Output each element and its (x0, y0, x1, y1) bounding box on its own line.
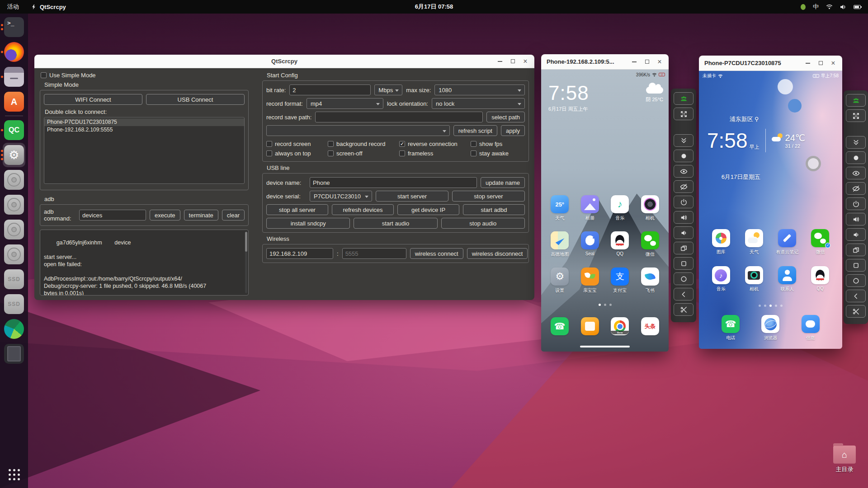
phone1-screen[interactable]: 396K/s 10 7:58 6月17日 周五上午 阴 25°C 25°天气相册… (541, 70, 669, 352)
toolbar-screenshot-button[interactable] (846, 305, 866, 318)
close-button[interactable]: × (828, 58, 839, 68)
checkbox-reverse-connection[interactable]: ✓reverse connection (399, 141, 471, 147)
toutiao-app[interactable]: 头条 (635, 317, 665, 335)
app-有道云笔记[interactable]: 有道云笔记 (771, 229, 804, 255)
dock-item-show-applications[interactable] (0, 464, 28, 485)
start-server-button[interactable]: start server (376, 191, 448, 202)
device-list-item[interactable]: Phone-192.168.2.109:5555 (44, 126, 244, 134)
dock-item-kazam[interactable] (0, 318, 28, 340)
app-设置[interactable]: ⚙设置 (545, 267, 575, 294)
device-list[interactable]: Phone-P7CDU17C23010875Phone-192.168.2.10… (44, 117, 245, 184)
toolbar-screenshot-button[interactable] (674, 303, 693, 316)
toolbar-power-button[interactable] (846, 197, 866, 210)
toolbar-volume-up-button[interactable] (846, 213, 866, 225)
usb-connect-button[interactable]: USB Connect (146, 94, 245, 105)
phone-app[interactable]: ☎电话 (711, 315, 750, 341)
input-method-indicator[interactable]: 中 (813, 3, 819, 11)
app-图库[interactable]: 图库 (704, 229, 737, 255)
device-serial-combo[interactable]: P7CDU17C23010 (310, 191, 372, 202)
app-微信[interactable]: 微信 (635, 231, 665, 258)
messages-app[interactable]: 信息 (791, 315, 830, 341)
app-音乐[interactable]: ♪音乐 (605, 195, 635, 221)
device-list-item[interactable]: Phone-P7CDU17C23010875 (44, 118, 244, 126)
checkbox-record-screen[interactable]: record screen (266, 141, 328, 147)
use-simple-mode-checkbox[interactable]: Use Simple Mode (41, 72, 249, 79)
dock-item-ubuntu-software[interactable] (0, 91, 28, 113)
wireless-ip-input[interactable] (266, 248, 333, 259)
dock-item-disc-1[interactable] (0, 169, 28, 191)
toolbar-app-switch-button[interactable] (846, 244, 866, 256)
toolbar-screen-on-button[interactable] (674, 165, 693, 178)
toolbar-home-button[interactable] (846, 274, 866, 287)
assistive-touch-ball[interactable] (806, 156, 821, 171)
stop-all-server-button[interactable]: stop all server (266, 204, 328, 215)
app-微信[interactable]: ✓微信 (804, 229, 837, 255)
stop-server-button[interactable]: stop server (452, 191, 525, 202)
start-adbd-button[interactable]: start adbd (463, 204, 525, 215)
messaging-app[interactable] (575, 317, 605, 335)
toolbar-back-button[interactable] (674, 288, 693, 300)
toolbar-menu-button[interactable] (674, 257, 693, 270)
log-scrollbar[interactable] (245, 232, 247, 293)
wireless-disconnect-button[interactable]: wireless disconnect (467, 248, 528, 259)
phone-app[interactable]: ☎ (545, 317, 575, 335)
system-tray[interactable]: 中 (801, 3, 868, 11)
dock-item-files[interactable] (0, 66, 28, 88)
wifi-connect-button[interactable]: WIFI Connect (44, 94, 142, 105)
app-相机[interactable]: 相机 (737, 266, 770, 292)
dock-item-tablet-device[interactable] (0, 343, 28, 365)
dock-item-ssd-1[interactable]: SSD (0, 268, 28, 290)
dock-item-firefox[interactable] (0, 41, 28, 63)
minimize-button[interactable] (495, 56, 505, 66)
toolbar-volume-down-button[interactable] (674, 226, 693, 239)
toolbar-screen-off-button[interactable] (846, 182, 866, 195)
max-size-combo[interactable]: 1080 (434, 84, 525, 95)
activities-button[interactable]: 活动 (0, 0, 26, 14)
adb-command-input[interactable] (79, 210, 146, 221)
minimize-button[interactable] (802, 58, 813, 68)
maximize-button[interactable] (507, 56, 518, 66)
toolbar-group-button[interactable] (846, 94, 866, 107)
toolbar-screen-on-button[interactable] (846, 167, 866, 179)
checkbox-frameless[interactable]: frameless (399, 150, 471, 157)
bit-rate-input[interactable] (289, 84, 371, 95)
chrome-app[interactable]: Beta (605, 317, 635, 335)
apply-button[interactable]: apply (501, 125, 525, 136)
app-QQ[interactable]: QQ (804, 266, 837, 292)
wireless-port-input[interactable] (342, 248, 406, 259)
close-button[interactable]: × (654, 57, 665, 67)
maximize-button[interactable] (815, 58, 826, 68)
adb-log-output[interactable]: ga7d65ylnj6xinhm device start server... … (40, 230, 249, 296)
checkbox-always-on-top[interactable]: always on top (266, 150, 328, 157)
checkbox-screen-off[interactable]: screen-off (328, 150, 399, 157)
app-天气[interactable]: 天气 (737, 229, 770, 255)
phone1-titlebar[interactable]: Phone-192.168.2.109:5... × (541, 54, 669, 70)
terminate-button[interactable]: terminate (184, 210, 218, 221)
dock-item-qtcreator[interactable]: QC (0, 119, 28, 141)
refresh-devices-button[interactable]: refresh devices (332, 204, 394, 215)
app-支付宝[interactable]: 支支付宝 (605, 267, 635, 294)
script-combo[interactable] (266, 125, 450, 136)
update-name-button[interactable]: update name (481, 177, 525, 188)
dock-item-settings[interactable]: ⚙ (0, 144, 28, 166)
get-device-ip-button[interactable]: get device IP (397, 204, 459, 215)
dock-item-disc-2[interactable] (0, 194, 28, 216)
clock[interactable]: 6月17日 07:58 (0, 3, 868, 11)
toolbar-fullscreen-button[interactable] (674, 108, 693, 120)
toolbar-menu-button[interactable] (846, 259, 866, 272)
phone2-screen[interactable]: 未插卡 90 早上7:58 浦东新区 ⚲ 7:58 早上 24℃ 31 / 22… (699, 71, 842, 349)
toolbar-group-button[interactable] (674, 92, 693, 105)
install-sndcpy-button[interactable]: install sndcpy (266, 218, 350, 229)
toolbar-touch-button[interactable] (846, 151, 866, 164)
app-QQ[interactable]: QQ (605, 231, 635, 258)
toolbar-collapse-button[interactable] (846, 136, 866, 149)
toolbar-touch-button[interactable] (674, 150, 693, 162)
app-Seal[interactable]: Seal (575, 231, 605, 258)
clear-button[interactable]: clear (222, 210, 245, 221)
select-path-button[interactable]: select path (486, 112, 525, 122)
record-format-combo[interactable]: mp4 (307, 98, 383, 109)
app-高德地图[interactable]: 高德地图 (545, 231, 575, 258)
lock-orientation-combo[interactable]: no lock (432, 98, 525, 109)
indicator-icon[interactable] (801, 4, 806, 10)
app-相册[interactable]: 相册 (575, 195, 605, 221)
